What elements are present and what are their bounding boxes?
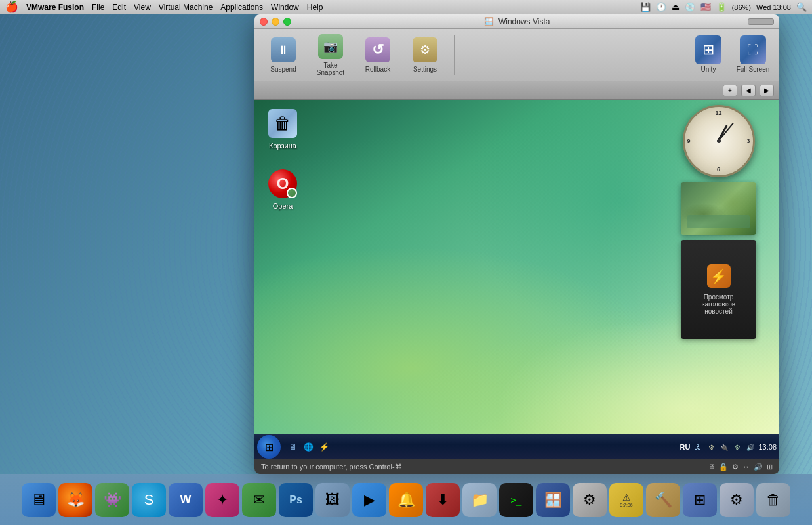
dock-item-windows2[interactable]: ⊞ (683, 483, 717, 517)
toolbar-right-group: Unity Full Screen (689, 33, 773, 77)
photo-stream (687, 215, 750, 228)
dock-item-settings[interactable]: ⚙ (573, 483, 607, 517)
vmware-window: 🪟 Windows Vista Suspend Take Snapsh (254, 14, 779, 474)
status-right: 🖥 🔒 ⚙ ↔ 🔊 ⊞ (708, 463, 773, 471)
menu-view[interactable]: View (134, 3, 151, 12)
mac-desktop: 🪟 Windows Vista Suspend Take Snapsh (0, 14, 812, 474)
menu-edit[interactable]: Edit (112, 3, 126, 12)
eject-icon: ⏏ (672, 2, 680, 12)
snapshot-label: Take Snapshot (311, 62, 350, 76)
dock-item-finder[interactable]: 🖥 (22, 483, 56, 517)
tray-misc1[interactable]: ⚙ (706, 442, 716, 452)
snap-prev-button[interactable]: ◀ (741, 85, 756, 96)
take-snapshot-button[interactable]: Take Snapshot (308, 33, 353, 77)
dock-item-vlc[interactable]: 🔔 (389, 483, 423, 517)
dock-item-photo[interactable]: 🖼 (315, 483, 350, 517)
dock-item-quicktime[interactable]: ▶ (352, 483, 386, 517)
status-icon-6: ⊞ (767, 463, 773, 471)
taskbar-tray: RU 🖧 ⚙ 🔌 ⚙ 🔊 13:08 (680, 442, 777, 452)
unity-button[interactable]: Unity (689, 33, 728, 77)
dock-item-files[interactable]: 📁 (462, 483, 497, 517)
suspend-button[interactable]: Suspend (261, 33, 306, 77)
dock-item-torrent[interactable]: ⬇ (426, 483, 460, 517)
vmware-status-bar: To return to your computer, press Contro… (254, 459, 779, 474)
dock-item-alien[interactable]: 👾 (95, 483, 129, 517)
minimize-button[interactable] (272, 18, 279, 26)
clock-12: 12 (715, 110, 721, 116)
fullscreen-label: Full Screen (737, 66, 770, 73)
status-text: To return to your computer, press Contro… (261, 463, 402, 471)
language-indicator: RU (680, 443, 691, 451)
battery-icon: 🔋 (716, 2, 727, 12)
dock-item-skype[interactable]: S (132, 483, 166, 517)
dock-item-word[interactable]: W (169, 483, 203, 517)
datetime: Wed 13:08 (756, 3, 791, 11)
recycle-bin-icon: 🗑 (267, 108, 298, 139)
snap-add-button[interactable]: + (723, 85, 737, 96)
menu-vmware-fusion[interactable]: VMware Fusion (26, 3, 84, 12)
clock-3: 3 (746, 138, 750, 144)
close-button[interactable] (260, 18, 268, 26)
maximize-button[interactable] (283, 18, 291, 26)
snapshot-navigation-bar: + ◀ ▶ (254, 81, 779, 100)
vista-taskbar: ⊞ 🖥 🌐 ⚡ RU 🖧 ⚙ 🔌 ⚙ 🔊 13:08 (254, 434, 779, 459)
rollback-icon (365, 37, 391, 63)
quicklaunch-ie[interactable]: 🌐 (302, 440, 315, 453)
snap-next-button[interactable]: ▶ (760, 85, 774, 96)
dock-item-misc[interactable]: ✦ (205, 483, 239, 517)
vmware-toolbar: Suspend Take Snapshot Rollback (254, 29, 779, 81)
tray-volume[interactable]: 🔊 (745, 442, 756, 452)
opera-label: Opera (273, 202, 293, 210)
tray-network[interactable]: 🖧 (693, 442, 703, 452)
status-icon-3: ⚙ (732, 463, 739, 471)
rollback-button[interactable]: Rollback (355, 33, 400, 77)
menu-applications[interactable]: Applications (220, 3, 263, 12)
unity-icon (695, 37, 721, 63)
recycle-bin-label: Корзина (269, 142, 296, 150)
clock-9: 9 (687, 138, 691, 144)
menu-file[interactable]: File (92, 3, 104, 12)
settings-icon (412, 37, 438, 63)
clock-face: 12 3 6 9 (685, 107, 753, 175)
dock-item-photoshop[interactable]: Ps (279, 483, 313, 517)
spotlight-icon[interactable]: 🔍 (796, 2, 807, 12)
timemachine-icon: 🕐 (656, 2, 666, 12)
status-icon-1: 🖥 (708, 463, 715, 471)
tray-misc2[interactable]: ⚙ (732, 442, 742, 452)
clock-widget: 12 3 6 9 (683, 105, 755, 177)
battery-percent: (86%) (732, 3, 751, 11)
desktop-icon-recycle-bin[interactable]: 🗑 Корзина (260, 105, 306, 152)
menu-help[interactable]: Help (307, 3, 323, 12)
mac-menubar: 🍎 VMware Fusion File Edit View Virtual M… (0, 0, 812, 14)
dock-item-windows-vm[interactable]: 🪟 (536, 483, 570, 517)
quicklaunch-misc[interactable]: ⚡ (317, 440, 331, 453)
rss-icon: ⚡ (707, 264, 731, 288)
tray-network2[interactable]: 🔌 (719, 442, 729, 452)
mac-dock: 🖥 🦊 👾 S W ✦ ✉ Ps 🖼 ▶ 🔔 ⬇ 📁 >_ 🪟 ⚙ ⚠ 9:7:… (0, 474, 812, 525)
news-widget[interactable]: ⚡ Просмотр заголовков новостей (681, 240, 756, 339)
menu-virtual-machine[interactable]: Virtual Machine (159, 3, 213, 12)
disk-icon: 💿 (685, 2, 695, 12)
desktop-icon-opera[interactable]: Opera (260, 165, 306, 213)
dock-item-hammer[interactable]: 🔨 (646, 483, 680, 517)
settings-label: Settings (413, 66, 437, 73)
fullscreen-button[interactable]: Full Screen (733, 33, 773, 77)
status-icon-5: 🔊 (754, 463, 763, 471)
photo-widget[interactable] (681, 182, 756, 235)
dock-item-terminal[interactable]: >_ (499, 483, 533, 517)
dock-item-mail[interactable]: ✉ (242, 483, 276, 517)
unity-label: Unity (701, 66, 716, 73)
dock-item-warning[interactable]: ⚠ 9:7:36 (609, 483, 643, 517)
suspend-label: Suspend (270, 66, 296, 73)
apple-menu[interactable]: 🍎 (5, 1, 18, 13)
dock-item-firefox[interactable]: 🦊 (58, 483, 92, 517)
start-button[interactable]: ⊞ (257, 435, 281, 459)
dock-item-trash[interactable]: 🗑 (756, 483, 790, 517)
vista-desktop[interactable]: 🗑 Корзина Opera (254, 100, 779, 434)
menu-window[interactable]: Window (271, 3, 299, 12)
taskbar-time: 13:08 (758, 443, 777, 451)
settings-button[interactable]: Settings (403, 33, 447, 77)
quicklaunch-desktop[interactable]: 🖥 (286, 440, 299, 453)
toolbar-separator (454, 35, 455, 75)
dock-item-settings2[interactable]: ⚙ (720, 483, 754, 517)
